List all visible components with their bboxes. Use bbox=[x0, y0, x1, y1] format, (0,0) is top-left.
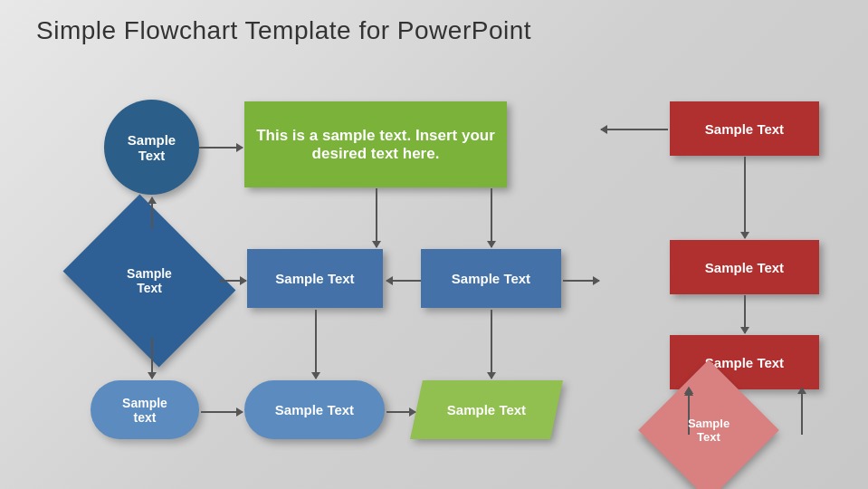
shape-green-banner: This is a sample text. Insert yourdesire… bbox=[244, 101, 507, 187]
red-top-label: Sample Text bbox=[705, 121, 784, 137]
shape-parallelogram: Sample Text bbox=[416, 380, 557, 439]
arrow-blue-right-to-red bbox=[563, 280, 599, 282]
arrow-banner-to-red bbox=[601, 129, 668, 130]
arrow-banner-down bbox=[376, 188, 377, 247]
diamond-left-label: SampleText bbox=[81, 266, 217, 295]
green-banner-label: This is a sample text. Insert yourdesire… bbox=[256, 127, 495, 163]
red-mid-label: Sample Text bbox=[705, 260, 784, 275]
arrow-red-top-to-mid bbox=[744, 157, 746, 238]
shape-red-mid: Sample Text bbox=[670, 240, 819, 294]
arrow-red-mid-to-bot bbox=[744, 295, 746, 333]
blue-rounded-label: Sample Text bbox=[275, 402, 354, 417]
arrow-pink-right-up bbox=[801, 388, 803, 435]
flowchart-container: SampleText SampleText Sampletext This is… bbox=[54, 72, 851, 471]
parallelogram-label: Sample Text bbox=[416, 402, 557, 417]
shape-diamond-pink: SampleText bbox=[659, 380, 758, 480]
arrow-blue-mid-right bbox=[386, 280, 421, 282]
arrow-ellipse-to-rounded bbox=[201, 411, 243, 413]
shape-red-top: Sample Text bbox=[670, 101, 819, 156]
shape-blue-rect-mid: Sample Text bbox=[247, 249, 383, 308]
arrow-blue-right-to-para bbox=[491, 310, 492, 379]
arrow-rounded-to-para bbox=[386, 411, 415, 413]
shape-circle: SampleText bbox=[104, 100, 199, 195]
circle-label: SampleText bbox=[128, 132, 176, 163]
shape-diamond-left: SampleText bbox=[81, 226, 217, 335]
shape-blue-rounded: Sample Text bbox=[244, 380, 385, 439]
ellipse-label: Sampletext bbox=[122, 396, 167, 425]
blue-rect-right-label: Sample Text bbox=[452, 271, 530, 286]
arrow-circle-to-banner bbox=[199, 147, 243, 149]
arrow-blue-mid-to-rounded bbox=[315, 310, 317, 379]
arrow-diamond-to-circle bbox=[151, 197, 153, 229]
arrow-diamond-to-blue-mid bbox=[219, 280, 246, 282]
shape-blue-rect-right: Sample Text bbox=[421, 249, 561, 308]
arrow-banner-col3-down bbox=[491, 188, 492, 247]
arrow-diamond-to-ellipse bbox=[151, 338, 153, 379]
blue-rect-mid-label: Sample Text bbox=[275, 271, 354, 286]
page-title: Simple Flowchart Template for PowerPoint bbox=[36, 16, 531, 45]
diamond-pink-label: SampleText bbox=[659, 417, 758, 444]
shape-ellipse: Sampletext bbox=[91, 380, 199, 439]
